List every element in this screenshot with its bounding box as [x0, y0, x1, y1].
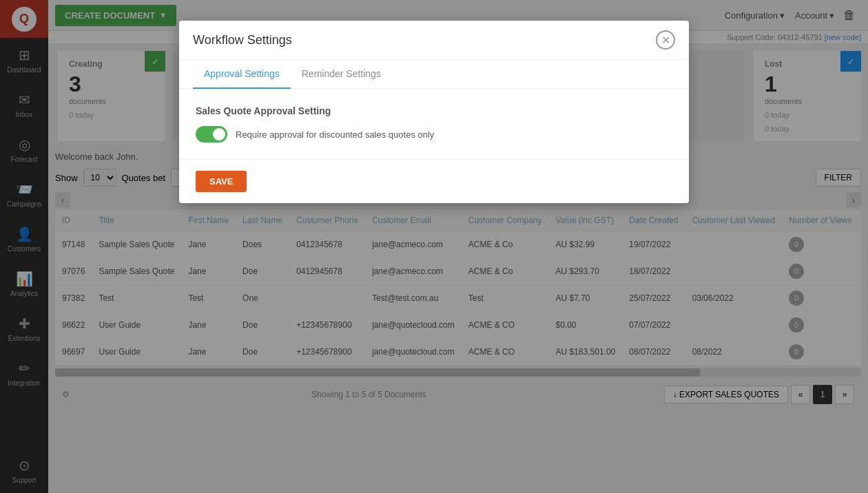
- approval-toggle[interactable]: [196, 126, 227, 143]
- modal-body: Sales Quote Approval Setting Require app…: [179, 89, 689, 159]
- modal-close-button[interactable]: ✕: [656, 30, 675, 50]
- approval-section-title: Sales Quote Approval Setting: [196, 105, 672, 116]
- modal-title: Workflow Settings: [193, 33, 292, 48]
- tab-reminder-settings[interactable]: Reminder Settings: [291, 60, 392, 89]
- modal-footer: SAVE: [179, 159, 689, 203]
- approval-toggle-label: Require approval for discounted sales qu…: [236, 129, 434, 140]
- workflow-settings-modal: Workflow Settings ✕ Approval Settings Re…: [179, 21, 689, 203]
- modal-header: Workflow Settings ✕: [179, 21, 689, 60]
- tab-approval-settings[interactable]: Approval Settings: [193, 60, 291, 89]
- modal-overlay: Workflow Settings ✕ Approval Settings Re…: [0, 0, 868, 493]
- save-button[interactable]: SAVE: [196, 171, 247, 192]
- approval-settings-section: Sales Quote Approval Setting Require app…: [196, 105, 672, 143]
- approval-toggle-row: Require approval for discounted sales qu…: [196, 126, 672, 143]
- modal-tabs: Approval Settings Reminder Settings: [179, 60, 689, 89]
- toggle-slider: [196, 126, 227, 143]
